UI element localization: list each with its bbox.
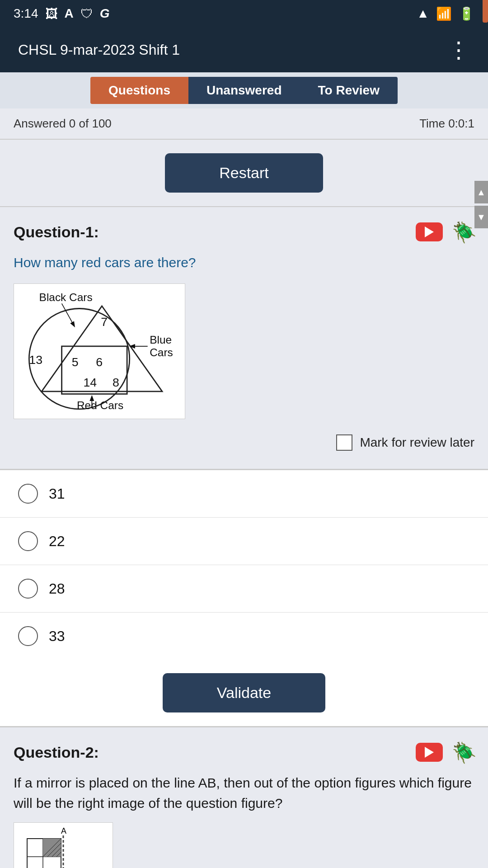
mirror-diagram: A <box>14 822 113 868</box>
signal-icon: 📶 <box>436 6 452 21</box>
review-row: Mark for review later <box>14 430 474 451</box>
app-bar: CHSL 9-mar-2023 Shift 1 ⋮ <box>0 27 488 72</box>
svg-text:Cars: Cars <box>150 346 173 359</box>
app-title: CHSL 9-mar-2023 Shift 1 <box>18 42 180 58</box>
youtube-icon-2[interactable] <box>416 743 443 762</box>
shield-icon: 🛡 <box>80 6 93 21</box>
restart-section: Restart <box>0 140 488 207</box>
option-row-3[interactable]: 28 <box>0 565 488 613</box>
svg-text:Black Cars: Black Cars <box>39 291 93 303</box>
question-2-card: Question-2: 🪲 If a mirror is placed on t… <box>0 727 488 868</box>
svg-text:5: 5 <box>72 355 79 369</box>
bug-icon-2[interactable]: 🪲 <box>452 741 474 764</box>
restart-button[interactable]: Restart <box>165 153 323 193</box>
bug-icon[interactable]: 🪲 <box>452 221 474 243</box>
svg-text:7: 7 <box>101 315 108 329</box>
review-label: Mark for review later <box>360 435 474 450</box>
radio-option-4[interactable] <box>18 626 38 646</box>
svg-text:A: A <box>61 827 66 835</box>
question-2-text: If a mirror is placed on the line AB, th… <box>14 773 474 813</box>
youtube-icon[interactable] <box>416 222 443 241</box>
svg-line-4 <box>62 303 75 326</box>
svg-text:13: 13 <box>29 353 42 367</box>
scroll-up-button[interactable]: ▲ <box>474 181 488 203</box>
time-indicator <box>483 0 488 23</box>
scroll-down-button[interactable]: ▼ <box>474 206 488 228</box>
question-2-icons: 🪲 <box>416 741 474 764</box>
svg-text:14: 14 <box>83 376 97 389</box>
question-2-label: Question-2: <box>14 744 99 761</box>
battery-icon: 🔋 <box>459 6 474 21</box>
svg-text:Red Cars: Red Cars <box>77 399 123 411</box>
status-time: 3:14 <box>14 6 38 21</box>
tab-questions[interactable]: Questions <box>90 77 188 104</box>
svg-text:Blue: Blue <box>150 334 172 346</box>
option-value-4: 33 <box>49 628 65 645</box>
question-1-label: Question-1: <box>14 223 99 241</box>
g-icon: G <box>100 6 110 21</box>
status-bar-right: ▲ 📶 🔋 <box>417 6 474 21</box>
option-row-4[interactable]: 33 <box>0 613 488 660</box>
option-row-2[interactable]: 22 <box>0 518 488 565</box>
option-value-2: 22 <box>49 533 65 550</box>
info-bar: Answered 0 of 100 Time 0:0:1 <box>0 108 488 140</box>
radio-option-3[interactable] <box>18 579 38 599</box>
validate-section: Validate <box>0 660 488 727</box>
option-row-1[interactable]: 31 <box>0 470 488 518</box>
option-value-3: 28 <box>49 580 65 597</box>
status-bar-left: 3:14 🖼 A 🛡 G <box>14 6 110 21</box>
question-1-card: Question-1: 🪲 How many red cars are ther… <box>0 207 488 470</box>
question-2-header: Question-2: 🪲 <box>14 741 474 764</box>
venn-diagram: Black Cars Blue Cars Red Cars 13 5 6 7 1… <box>14 283 185 419</box>
answered-count: Answered 0 of 100 <box>14 117 112 131</box>
image-icon: 🖼 <box>45 6 58 21</box>
radio-option-1[interactable] <box>18 484 38 504</box>
svg-text:8: 8 <box>113 376 119 389</box>
wifi-icon: ▲ <box>417 6 429 21</box>
option-value-1: 31 <box>49 486 65 502</box>
review-checkbox[interactable] <box>336 434 352 451</box>
radio-option-2[interactable] <box>18 531 38 551</box>
tab-to-review[interactable]: To Review <box>300 77 398 104</box>
a-icon: A <box>65 6 74 21</box>
time-display: Time 0:0:1 <box>419 117 474 131</box>
scrollbar[interactable]: ▲ ▼ <box>474 181 488 228</box>
svg-text:6: 6 <box>96 355 103 369</box>
tab-bar: Questions Unanswered To Review <box>0 72 488 108</box>
validate-button[interactable]: Validate <box>163 673 325 712</box>
options-section: 31 22 28 33 <box>0 470 488 660</box>
menu-button[interactable]: ⋮ <box>447 37 470 63</box>
tab-unanswered[interactable]: Unanswered <box>188 77 300 104</box>
status-bar: 3:14 🖼 A 🛡 G ▲ 📶 🔋 <box>0 0 488 27</box>
question-1-text: How many red cars are there? <box>14 252 474 273</box>
question-1-header: Question-1: 🪲 <box>14 221 474 243</box>
question-1-icons: 🪲 <box>416 221 474 243</box>
